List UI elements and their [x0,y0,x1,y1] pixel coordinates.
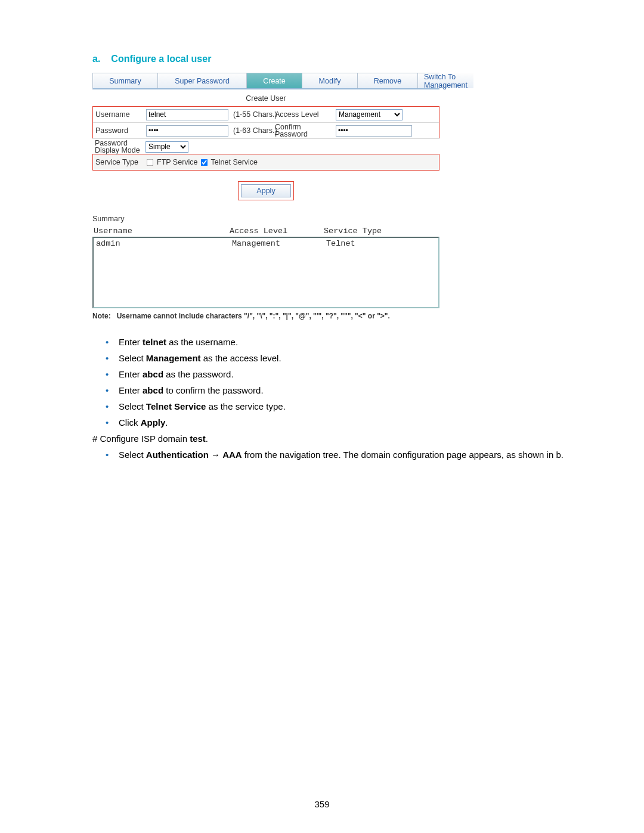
note: Note: Username cannot include characters… [92,308,439,320]
username-input[interactable] [146,109,228,120]
display-mode-label: Password Display Mode [92,138,143,155]
summary-service: Telnet [326,239,436,248]
summary-header: Username Access Level Service Type [92,225,439,237]
tab-bar: Summary Super Password Create Modify Rem… [92,73,439,89]
note-label: Note: [92,312,111,320]
summary-col-service: Service Type [324,227,438,236]
tab-create[interactable]: Create [247,73,302,88]
page-number: 359 [0,799,644,809]
access-level-select[interactable]: Management [336,109,402,120]
tab-modify[interactable]: Modify [302,73,358,88]
form-title: Create User [92,89,439,106]
highlighted-fields: Username (1-55 Chars.) Access Level Mana… [92,106,439,139]
list-item: Select Telnet Service as the service typ… [106,401,578,411]
list-item: Enter abcd as the password. [106,369,578,379]
tab-summary[interactable]: Summary [93,73,158,88]
instruction-list-2: Select Authentication → AAA from the nav… [106,450,578,460]
tab-remove[interactable]: Remove [358,73,418,88]
list-item: Click Apply. [106,417,578,428]
list-item: Select Management as the access level. [106,353,578,363]
tab-super-password[interactable]: Super Password [158,73,247,88]
list-item: Enter abcd to confirm the password. [106,385,578,395]
step-heading: a.Configure a local user [92,54,578,64]
summary-username: admin [96,239,232,248]
service-type-label: Service Type [93,157,144,168]
list-item: Enter telnet as the username. [106,337,578,347]
access-level-label: Access Level [273,109,333,120]
summary-col-username: Username [94,227,230,236]
summary-title: Summary [92,215,439,223]
password-input[interactable] [146,125,228,137]
username-label: Username [93,109,144,120]
summary-body: admin Management Telnet [92,237,439,308]
ui-screenshot: Summary Super Password Create Modify Rem… [92,73,439,320]
display-mode-select[interactable]: Simple [145,141,188,153]
paragraph: # Configure ISP domain test. [92,433,578,444]
password-hint: (1-63 Chars.) [231,125,273,136]
step-title: Configure a local user [111,54,211,64]
password-label: Password [93,125,144,136]
confirm-password-input[interactable] [336,125,412,137]
summary-access: Management [232,239,326,248]
tab-switch-management[interactable]: Switch To Management [418,73,473,88]
step-letter: a. [92,54,100,64]
instruction-list: Enter telnet as the username. Select Man… [106,337,578,428]
summary-row: admin Management Telnet [96,239,436,248]
note-text: Username cannot include characters "/", … [117,312,390,320]
ftp-service-checkbox[interactable] [147,159,154,166]
username-hint: (1-55 Chars.) [231,109,273,120]
list-item: Select Authentication → AAA from the nav… [106,450,578,460]
reference-link[interactable]: b [556,450,561,460]
summary-col-access: Access Level [230,227,324,236]
telnet-service-checkbox[interactable] [200,159,208,166]
apply-button[interactable]: Apply [241,184,291,197]
ftp-service-label: FTP Service [157,158,198,166]
confirm-password-label: Confirm Password [273,122,333,139]
telnet-service-label: Telnet Service [211,158,258,166]
apply-highlight: Apply [238,181,294,200]
